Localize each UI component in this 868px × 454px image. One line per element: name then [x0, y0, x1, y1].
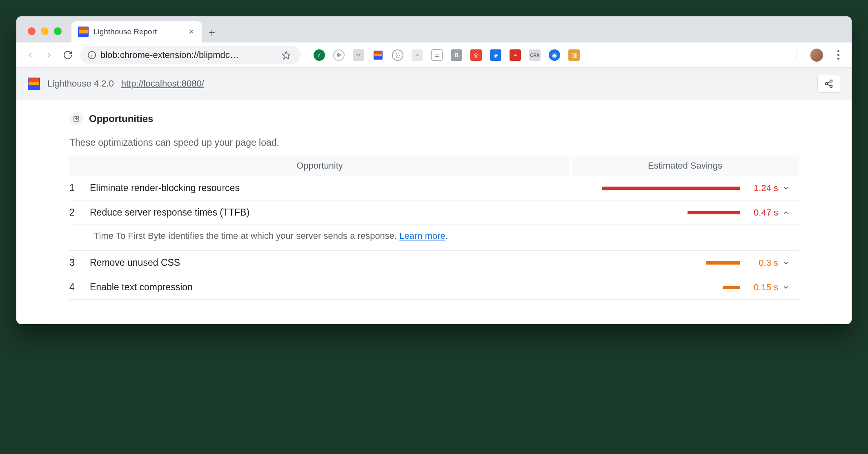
svg-marker-3 — [283, 51, 290, 58]
extension-crx-icon[interactable]: CRX — [529, 49, 541, 61]
opportunity-title: Enable text compression — [90, 282, 598, 293]
learn-more-link[interactable]: Learn more — [399, 231, 445, 241]
table-header: Opportunity Estimated Savings — [69, 156, 799, 176]
opportunity-row[interactable]: 1 Eliminate render-blocking resources 1.… — [69, 176, 799, 200]
opportunities-icon — [69, 112, 83, 126]
extension-icon[interactable]: • • — [353, 49, 364, 61]
browser-toolbar: blob:chrome-extension://blipmdc… ✓ ✻ • •… — [16, 42, 852, 68]
back-button[interactable] — [24, 49, 37, 62]
share-icon — [824, 79, 833, 88]
lighthouse-version: Lighthouse 4.2.0 — [47, 78, 114, 89]
svg-point-5 — [826, 82, 828, 85]
chevron-down-icon[interactable] — [782, 284, 795, 291]
opportunity-row[interactable]: 4 Enable text compression 0.15 s — [69, 275, 799, 300]
extension-icon[interactable]: {·} — [392, 49, 403, 61]
savings-bar — [723, 286, 740, 289]
opportunity-title: Eliminate render-blocking resources — [90, 182, 598, 194]
toolbar-divider — [797, 49, 797, 61]
svg-line-8 — [828, 84, 830, 86]
svg-line-7 — [828, 82, 830, 83]
savings-bar-wrap — [598, 286, 745, 289]
opportunity-row[interactable]: 3 Remove unused CSS 0.3 s — [69, 251, 799, 275]
col-opportunity: Opportunity — [69, 156, 570, 176]
row-index: 1 — [69, 182, 90, 194]
close-tab-button[interactable]: × — [189, 27, 194, 36]
lighthouse-icon — [78, 27, 89, 37]
row-index: 2 — [69, 207, 90, 218]
section-title: Opportunities — [89, 113, 153, 125]
share-button[interactable] — [817, 75, 840, 93]
savings-bar — [706, 261, 740, 265]
extension-icon[interactable]: ⚛ — [412, 49, 423, 61]
extension-icon[interactable]: ▥ — [568, 49, 580, 61]
section-subtitle: These optimizations can speed up your pa… — [69, 137, 799, 148]
savings-bar — [688, 211, 740, 214]
info-icon — [87, 51, 96, 60]
lighthouse-icon — [28, 78, 40, 90]
savings-value: 1.24 s — [745, 183, 782, 194]
extension-icon[interactable]: ≡ — [510, 49, 521, 61]
extension-lighthouse-icon[interactable] — [372, 49, 384, 61]
opportunity-row[interactable]: 2 Reduce server response times (TTFB) 0.… — [69, 200, 799, 225]
extension-icon[interactable]: ▭ — [431, 49, 443, 61]
audited-url-link[interactable]: http://localhost:8080/ — [121, 78, 204, 89]
minimize-window-button[interactable] — [41, 27, 49, 35]
savings-bar-wrap — [598, 187, 745, 190]
extensions-row: ✓ ✻ • • {·} ⚛ ▭ B ◎ ◈ ≡ CRX ◉ ▥ — [314, 49, 580, 61]
savings-bar-wrap — [598, 211, 745, 214]
bookmark-star-icon[interactable] — [282, 51, 293, 60]
forward-button[interactable] — [42, 49, 56, 62]
browser-tab[interactable]: Lighthouse Report × — [71, 21, 202, 42]
profile-avatar[interactable] — [810, 49, 823, 62]
savings-value: 0.47 s — [745, 207, 782, 218]
chevron-up-icon[interactable] — [782, 209, 795, 216]
savings-bar-wrap — [598, 261, 745, 265]
chevron-down-icon[interactable] — [782, 259, 795, 267]
browser-menu-button[interactable] — [832, 50, 844, 60]
reload-button[interactable] — [61, 49, 74, 62]
chevron-down-icon[interactable] — [782, 185, 795, 192]
row-index: 4 — [69, 282, 90, 293]
report-body: Opportunities These optimizations can sp… — [16, 100, 852, 324]
new-tab-button[interactable]: + — [202, 23, 222, 42]
extension-icon[interactable]: ◉ — [549, 49, 560, 61]
extension-shield-icon[interactable]: ◈ — [490, 49, 501, 61]
extension-icon[interactable]: ✓ — [314, 49, 325, 61]
window-controls — [28, 27, 62, 35]
savings-value: 0.3 s — [745, 258, 782, 268]
report-header: Lighthouse 4.2.0 http://localhost:8080/ — [16, 68, 852, 100]
url-text: blob:chrome-extension://blipmdc… — [100, 50, 278, 60]
opportunity-detail: Time To First Byte identifies the time a… — [69, 225, 799, 251]
detail-text: Time To First Byte identifies the time a… — [94, 231, 399, 241]
savings-bar — [602, 187, 740, 190]
svg-point-4 — [830, 80, 832, 82]
opportunities-list: 1 Eliminate render-blocking resources 1.… — [69, 176, 799, 300]
svg-point-6 — [830, 85, 832, 88]
close-window-button[interactable] — [28, 27, 36, 35]
tab-title: Lighthouse Report — [93, 27, 157, 36]
extension-icon[interactable]: B — [451, 49, 462, 61]
address-bar[interactable]: blob:chrome-extension://blipmdc… — [80, 46, 300, 64]
opportunity-title: Remove unused CSS — [90, 257, 598, 268]
extension-icon[interactable]: ✻ — [333, 49, 345, 61]
browser-window: Lighthouse Report × + blob:chrome-extens… — [16, 16, 852, 324]
maximize-window-button[interactable] — [54, 27, 62, 35]
row-index: 3 — [69, 257, 90, 268]
tab-strip: Lighthouse Report × + — [16, 16, 852, 42]
col-savings: Estimated Savings — [570, 156, 799, 176]
extension-icon[interactable]: ◎ — [470, 49, 482, 61]
opportunity-title: Reduce server response times (TTFB) — [90, 207, 598, 218]
savings-value: 0.15 s — [745, 282, 782, 293]
section-header: Opportunities — [69, 112, 799, 126]
